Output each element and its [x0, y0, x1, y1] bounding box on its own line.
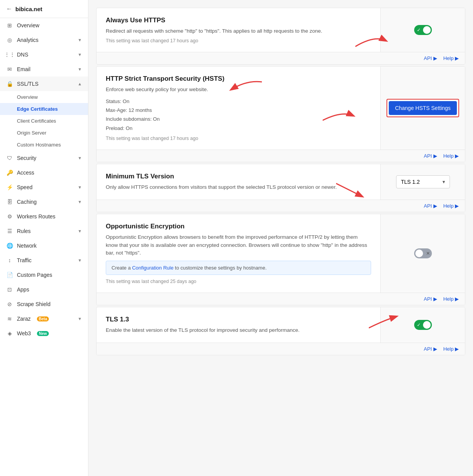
ssl-sub-custom-hostnames[interactable]: Custom Hostnames [0, 139, 88, 151]
card-hsts-status: Status: On [106, 97, 371, 106]
chart-icon: ◎ [6, 37, 13, 43]
opp-enc-toggle[interactable]: ✕ [414, 248, 432, 258]
help-link-tls13[interactable]: Help ▶ [443, 346, 459, 352]
card-tls-1-3-desc: Enable the latest version of the TLS pro… [106, 326, 371, 334]
sidebar-label-workers: Workers Routes [17, 213, 55, 220]
sidebar-item-analytics[interactable]: ◎ Analytics ▼ [0, 33, 88, 47]
card-hsts-footer: API ▶ Help ▶ [97, 150, 465, 162]
ssl-sub-edge-label: Edge Certificates [17, 106, 58, 112]
zaraz-icon: ≋ [6, 315, 13, 322]
ssl-sub-edge-certificates[interactable]: Edge Certificates [0, 103, 88, 115]
tls13-toggle[interactable]: ✓ [414, 320, 432, 330]
ssl-sub-origin-server[interactable]: Origin Server [0, 127, 88, 139]
card-opportunistic-encryption: Opportunistic Encryption Opportunistic E… [96, 214, 465, 305]
shield-icon: 🛡 [6, 155, 13, 161]
speed-icon: ⚡ [6, 184, 13, 191]
info-text-post: to customize these settings by hostname. [173, 265, 266, 271]
always-https-toggle[interactable]: ✓ [414, 25, 432, 35]
card-always-https-right: ✓ [380, 8, 465, 52]
card-hsts: HTTP Strict Transport Security (HSTS) En… [96, 66, 465, 162]
ssl-sub-custom-label: Custom Hostnames [17, 142, 61, 148]
sidebar-label-custom-pages: Custom Pages [17, 272, 52, 278]
sidebar-item-rules[interactable]: ☰ Rules ▼ [0, 224, 88, 238]
sidebar-item-overview[interactable]: ⊞ Overview [0, 18, 88, 33]
api-link-hsts[interactable]: API ▶ [424, 153, 437, 159]
network-icon: 🌐 [6, 242, 13, 249]
card-always-https-content: Always Use HTTPS Redirect all requests w… [97, 8, 465, 52]
ssl-sub-overview[interactable]: Overview [0, 91, 88, 103]
card-tls-1-3-left: TLS 1.3 Enable the latest version of the… [97, 307, 380, 343]
help-link-opp-enc[interactable]: Help ▶ [443, 296, 459, 302]
sidebar-item-ssl-tls[interactable]: 🔒 SSL/TLS ▲ [0, 77, 88, 91]
card-opp-enc-info: Create a Configuration Rule to customize… [106, 261, 371, 275]
site-name: bibica.net [15, 6, 42, 12]
configuration-rule-link[interactable]: Configuration Rule [132, 265, 173, 271]
card-always-https-title: Always Use HTTPS [106, 17, 371, 24]
traffic-icon: ↕ [6, 257, 13, 264]
sidebar-item-scrape-shield[interactable]: ⊘ Scrape Shield [0, 297, 88, 311]
chevron-down-icon: ▼ [78, 316, 82, 321]
sidebar-item-dns[interactable]: ⋮⋮ DNS ▼ [0, 47, 88, 62]
change-hsts-button[interactable]: Change HSTS Settings [389, 101, 457, 115]
hsts-button-box: Change HSTS Settings [386, 99, 459, 117]
sidebar: ← bibica.net ⊞ Overview ◎ Analytics ▼ ⋮⋮… [0, 0, 88, 476]
sidebar-label-traffic: Traffic [17, 257, 32, 263]
card-opp-enc-timestamp: This setting was last changed 25 days ag… [106, 279, 371, 284]
scrape-icon: ⊘ [6, 301, 13, 308]
card-hsts-content: HTTP Strict Transport Security (HSTS) En… [97, 67, 465, 150]
sidebar-item-web3[interactable]: ◈ Web3 New [0, 326, 88, 341]
zaraz-beta-badge: Beta [37, 316, 49, 321]
card-always-https-timestamp: This setting was last changed 17 hours a… [106, 38, 371, 43]
info-text-pre: Create a [112, 265, 132, 271]
card-opp-enc-desc: Opportunistic Encryption allows browsers… [106, 233, 371, 257]
sidebar-item-email[interactable]: ✉ Email ▼ [0, 62, 88, 77]
card-always-https-desc: Redirect all requests with scheme "http"… [106, 27, 371, 35]
sidebar-item-security[interactable]: 🛡 Security ▼ [0, 151, 88, 165]
chevron-down-icon: ▼ [78, 67, 82, 72]
sidebar-label-email: Email [17, 66, 30, 72]
api-link-opp-enc[interactable]: API ▶ [424, 296, 437, 302]
sidebar-item-caching[interactable]: 🗄 Caching ▼ [0, 195, 88, 209]
help-link-hsts[interactable]: Help ▶ [443, 153, 459, 159]
back-icon[interactable]: ← [6, 5, 12, 12]
sidebar-item-zaraz[interactable]: ≋ Zaraz Beta ▼ [0, 311, 88, 326]
sidebar-item-traffic[interactable]: ↕ Traffic ▼ [0, 253, 88, 268]
tls-version-select[interactable]: TLS 1.0 TLS 1.1 TLS 1.2 TLS 1.3 [396, 175, 450, 188]
ssl-sub-origin-label: Origin Server [17, 130, 47, 136]
card-opp-enc-right: ✕ [380, 214, 465, 293]
arrow-tls13 [369, 309, 403, 332]
sidebar-item-apps[interactable]: ⊡ Apps [0, 282, 88, 297]
ssl-sub-client-certs[interactable]: Client Certificates [0, 115, 88, 127]
card-min-tls-title: Minimum TLS Version [106, 173, 371, 180]
apps-icon: ⊡ [6, 286, 13, 293]
sidebar-item-access[interactable]: 🔑 Access [0, 165, 88, 180]
api-link-tls13[interactable]: API ▶ [424, 346, 437, 352]
ssl-sub-client-label: Client Certificates [17, 118, 56, 124]
sidebar-item-speed[interactable]: ⚡ Speed ▼ [0, 180, 88, 195]
card-min-tls-content: Minimum TLS Version Only allow HTTPS con… [97, 164, 465, 200]
help-link-always-https[interactable]: Help ▶ [443, 55, 459, 61]
tls-select-wrapper: TLS 1.0 TLS 1.1 TLS 1.2 TLS 1.3 ▼ [396, 175, 450, 188]
card-tls-1-3-footer: API ▶ Help ▶ [97, 343, 465, 355]
card-min-tls-desc: Only allow HTTPS connections from visito… [106, 183, 371, 191]
help-link-min-tls[interactable]: Help ▶ [443, 203, 459, 209]
chevron-down-icon: ▼ [78, 185, 82, 190]
api-link-min-tls[interactable]: API ▶ [424, 203, 437, 209]
chevron-down-icon: ▼ [78, 229, 82, 233]
card-tls-1-3: TLS 1.3 Enable the latest version of the… [96, 307, 465, 355]
chevron-down-icon: ▼ [78, 258, 82, 263]
sidebar-label-security: Security [17, 155, 37, 161]
card-tls-1-3-title: TLS 1.3 [106, 316, 371, 323]
toggle-check-icon-tls13: ✓ [417, 322, 421, 328]
ssl-sub-overview-label: Overview [17, 94, 38, 100]
email-icon: ✉ [6, 66, 13, 73]
sidebar-item-custom-pages[interactable]: 📄 Custom Pages [0, 268, 88, 282]
card-min-tls-right: TLS 1.0 TLS 1.1 TLS 1.2 TLS 1.3 ▼ [380, 164, 465, 200]
api-link-always-https[interactable]: API ▶ [424, 55, 437, 61]
sidebar-item-network[interactable]: 🌐 Network [0, 238, 88, 253]
pages-icon: 📄 [6, 271, 13, 278]
card-hsts-preload: Preload: On [106, 124, 371, 133]
chevron-down-icon: ▼ [78, 156, 82, 160]
main-content: Always Use HTTPS Redirect all requests w… [88, 0, 473, 476]
sidebar-item-workers-routes[interactable]: ⚙ Workers Routes [0, 209, 88, 224]
